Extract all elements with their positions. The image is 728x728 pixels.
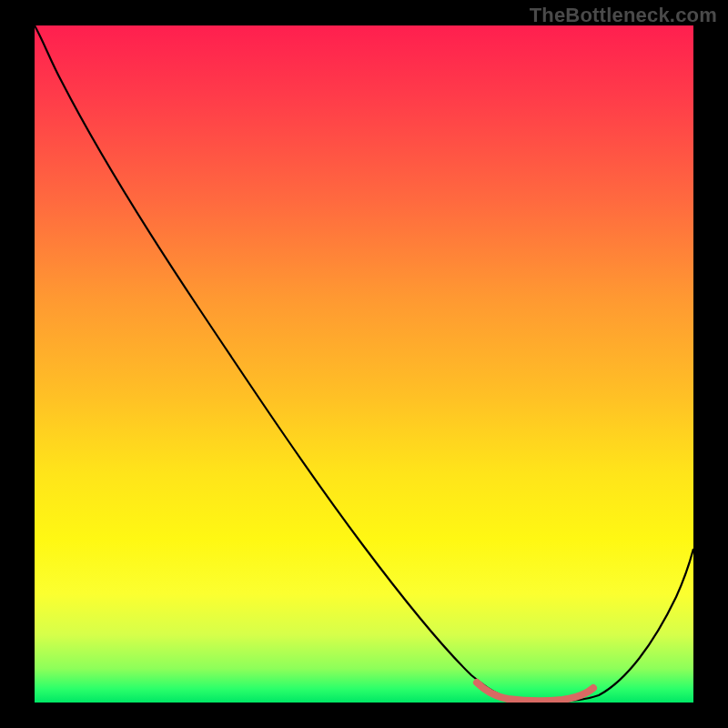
chart-frame: TheBottleneck.com bbox=[0, 0, 728, 728]
bottleneck-curve bbox=[35, 25, 693, 702]
curve-layer bbox=[35, 25, 693, 703]
plot-area bbox=[35, 25, 693, 703]
watermark-text: TheBottleneck.com bbox=[530, 4, 717, 27]
optimal-band-marker bbox=[477, 682, 593, 701]
